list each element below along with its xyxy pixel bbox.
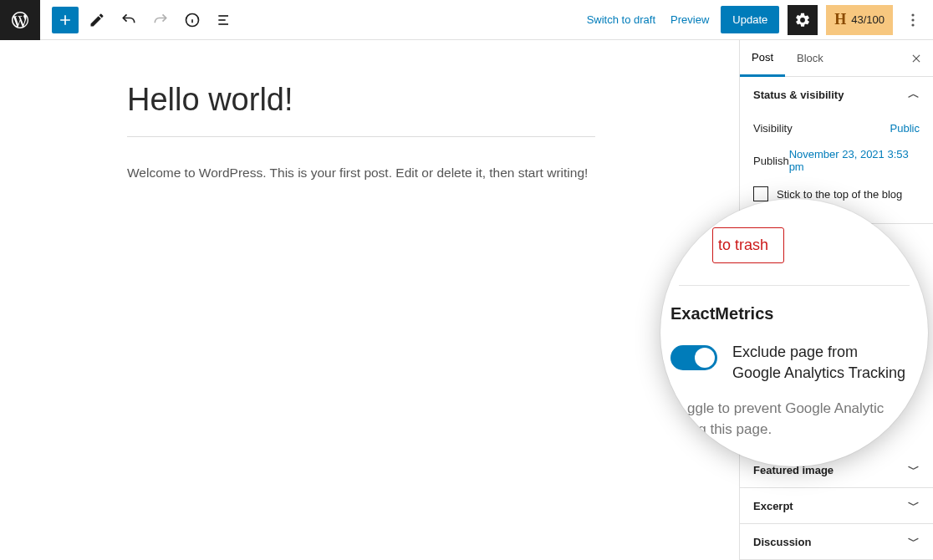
value-visibility[interactable]: Public: [890, 122, 920, 135]
panel-head-excerpt[interactable]: Excerpt ﹀: [740, 488, 933, 523]
chevron-down-icon: ﹀: [908, 462, 920, 477]
exclude-tracking-description: ggle to prevent Google Analytic ing this…: [687, 399, 910, 440]
panel-title-status: Status & visibility: [753, 89, 844, 101]
panel-title-discussion: Discussion: [753, 536, 811, 548]
row-visibility: Visibility Public: [753, 115, 920, 141]
settings-button[interactable]: [788, 5, 818, 35]
toolbar-right: Switch to draft Preview Update H 43/100: [584, 5, 933, 35]
svg-point-8: [911, 23, 914, 26]
editor-topbar: Switch to draft Preview Update H 43/100: [0, 0, 933, 40]
svg-rect-4: [218, 19, 225, 21]
chevron-down-icon: ﹀: [908, 498, 920, 513]
panel-title-exactmetrics: ExactMetrics: [670, 304, 910, 323]
divider: [679, 285, 910, 286]
toolbar-left: [40, 7, 237, 33]
info-button[interactable]: [179, 7, 206, 33]
undo-button[interactable]: [115, 7, 142, 33]
post-title[interactable]: Hello world!: [127, 82, 612, 118]
panel-discussion: Discussion ﹀: [740, 524, 933, 560]
checkbox-sticky[interactable]: [753, 186, 768, 201]
update-button[interactable]: Update: [721, 6, 779, 33]
svg-point-6: [911, 13, 914, 16]
exclude-tracking-label: Exclude page from Google Analytics Track…: [732, 342, 910, 384]
title-divider: [127, 136, 595, 137]
move-to-trash-button[interactable]: to trash: [712, 227, 784, 263]
post-body[interactable]: Welcome to WordPress. This is your first…: [127, 165, 612, 181]
panel-title-excerpt: Excerpt: [753, 500, 793, 512]
score-value: 43/100: [851, 13, 885, 26]
tab-block[interactable]: Block: [785, 40, 835, 77]
switch-to-draft-button[interactable]: Switch to draft: [584, 8, 659, 31]
tab-post[interactable]: Post: [740, 40, 785, 77]
chevron-down-icon: ﹀: [908, 534, 920, 549]
svg-rect-5: [218, 23, 228, 25]
sidebar-tabs: Post Block: [740, 40, 933, 77]
panel-excerpt: Excerpt ﹀: [740, 488, 933, 524]
panel-head-discussion[interactable]: Discussion ﹀: [740, 524, 933, 559]
chevron-up-icon: ︿: [908, 87, 920, 102]
magnifier-overlay: ︿ to trash ExactMetrics Exclude page fro…: [660, 199, 928, 466]
wordpress-logo[interactable]: [0, 0, 40, 40]
svg-point-7: [911, 18, 914, 21]
redo-button: [147, 7, 174, 33]
more-options-button[interactable]: [901, 5, 925, 35]
close-sidebar-button[interactable]: [900, 53, 933, 64]
row-publish: Publish November 23, 2021 3:53 pm: [753, 141, 920, 180]
label-visibility: Visibility: [753, 122, 793, 135]
exclude-tracking-toggle[interactable]: [670, 345, 717, 370]
panel-head-status[interactable]: Status & visibility ︿: [740, 77, 933, 112]
value-publish[interactable]: November 23, 2021 3:53 pm: [789, 148, 920, 173]
edit-icon[interactable]: [84, 7, 110, 33]
label-publish: Publish: [753, 155, 789, 167]
svg-rect-3: [218, 15, 228, 17]
exclude-tracking-row: Exclude page from Google Analytics Track…: [670, 342, 910, 384]
editor-canvas[interactable]: Hello world! Welcome to WordPress. This …: [0, 40, 739, 560]
seo-score-badge[interactable]: H 43/100: [826, 5, 893, 35]
preview-button[interactable]: Preview: [667, 8, 712, 31]
outline-button[interactable]: [211, 7, 237, 33]
add-block-button[interactable]: [52, 7, 79, 33]
h-icon: H: [834, 11, 846, 28]
